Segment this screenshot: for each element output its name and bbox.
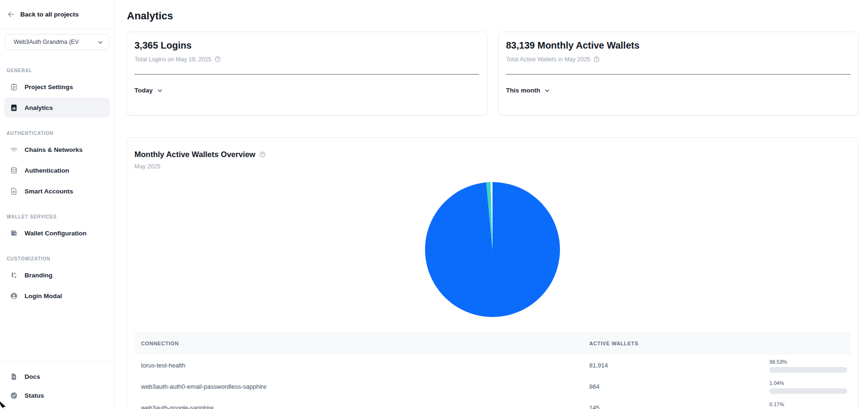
overview-card-subtitle: May 2025 xyxy=(134,163,851,170)
percent-label: 98.53% xyxy=(769,359,847,365)
active-wallets-count: 81,914 xyxy=(589,362,769,369)
sidebar-item-analytics[interactable]: Analytics xyxy=(4,98,110,117)
wifi-icon xyxy=(10,146,18,154)
sidebar-footer: Docs Status xyxy=(0,361,114,409)
overview-card-title: Monthly Active Wallets Overview xyxy=(134,150,255,159)
clipboard-icon xyxy=(10,83,18,91)
active-wallets-count: 145 xyxy=(589,404,769,409)
back-to-projects-link[interactable]: Back to all projects xyxy=(0,0,114,29)
active-wallets-count: 864 xyxy=(589,383,769,390)
sidebar-item-label: Status xyxy=(25,392,44,399)
file-icon xyxy=(10,373,18,381)
monthly-active-wallets-overview-card: Monthly Active Wallets Overview May 2025… xyxy=(126,137,859,409)
percent-label: 0.17% xyxy=(769,401,847,407)
table-row: web3auth-auth0-email-passwordless-sapphi… xyxy=(134,376,851,397)
active-wallets-stat-card: 83,139 Monthly Active Wallets Total Acti… xyxy=(498,32,859,116)
chevron-down-icon xyxy=(97,39,103,45)
connections-table: CONNECTION ACTIVE WALLETS torus-test-hea… xyxy=(134,332,851,409)
stat-cards-row: 3,365 Logins Total Logins on May 19, 202… xyxy=(126,32,859,116)
arrow-left-icon xyxy=(7,10,15,18)
user-circle-icon xyxy=(10,292,18,300)
chevron-down-icon xyxy=(157,88,163,93)
section-label-wallet-services: WALLET SERVICES xyxy=(7,214,110,219)
range-selector-value: Today xyxy=(134,87,153,94)
section-label-authentication: AUTHENTICATION xyxy=(7,131,110,136)
sidebar-item-label: Smart Accounts xyxy=(25,188,73,195)
sidebar-item-wallet-configuration[interactable]: Wallet Configuration xyxy=(4,223,110,243)
help-icon[interactable] xyxy=(593,56,600,63)
database-icon xyxy=(10,167,18,175)
sidebar-nav: GENERAL Project Settings Analytics AUTHE… xyxy=(0,55,114,307)
paint-icon xyxy=(10,271,18,279)
active-wallets-stat-value: 83,139 Monthly Active Wallets xyxy=(506,40,851,51)
analytics-chart-icon xyxy=(10,104,18,112)
section-label-general: GENERAL xyxy=(7,68,110,73)
pie-slice-torus-test-health xyxy=(425,182,560,317)
percent-bar xyxy=(769,388,847,394)
connection-name: web3auth-auth0-email-passwordless-sapphi… xyxy=(141,383,589,390)
back-to-projects-label: Back to all projects xyxy=(20,11,79,18)
help-icon[interactable] xyxy=(259,151,266,158)
active-wallets-pie-chart[interactable] xyxy=(424,181,561,318)
sidebar-item-label: Authentication xyxy=(25,167,69,174)
sidebar: Back to all projects Web3Auth Grandma (E… xyxy=(0,0,115,409)
sidebar-item-label: Chains & Networks xyxy=(25,146,83,153)
sidebar-item-label: Analytics xyxy=(25,104,53,111)
table-row: web3auth-google-sapphire 145 0.17% xyxy=(134,397,851,409)
range-selector-value: This month xyxy=(506,87,541,94)
sidebar-item-label: Docs xyxy=(25,373,40,380)
logins-stat-card: 3,365 Logins Total Logins on May 19, 202… xyxy=(126,32,487,116)
sidebar-item-login-modal[interactable]: Login Modal xyxy=(4,286,110,306)
check-circle-icon xyxy=(10,392,18,400)
page-title: Analytics xyxy=(127,10,859,22)
active-wallets-stat-subtitle: Total Active Wallets in May 2025 xyxy=(506,56,591,63)
document-icon xyxy=(10,187,18,195)
column-header-connection: CONNECTION xyxy=(141,341,589,346)
logins-stat-value: 3,365 Logins xyxy=(134,40,479,51)
chart-axis-line xyxy=(134,74,479,75)
sidebar-item-smart-accounts[interactable]: Smart Accounts xyxy=(4,181,110,201)
sidebar-item-chains-networks[interactable]: Chains & Networks xyxy=(4,140,110,159)
active-wallets-range-selector[interactable]: This month xyxy=(506,87,551,94)
help-icon[interactable] xyxy=(214,56,221,63)
chevron-down-icon xyxy=(544,88,550,93)
sidebar-item-status[interactable]: Status xyxy=(4,386,110,404)
wallet-icon xyxy=(10,229,18,237)
sidebar-item-authentication[interactable]: Authentication xyxy=(4,160,110,180)
pie-chart-container xyxy=(134,181,851,318)
sidebar-item-project-settings[interactable]: Project Settings xyxy=(4,77,110,97)
sidebar-item-label: Branding xyxy=(25,272,52,279)
sidebar-item-label: Wallet Configuration xyxy=(25,230,87,237)
logins-range-selector[interactable]: Today xyxy=(134,87,163,94)
percent-bar xyxy=(769,367,847,373)
connection-name: web3auth-google-sapphire xyxy=(141,404,589,409)
project-selector[interactable]: Web3Auth Grandma (EV xyxy=(5,34,109,50)
connection-name: torus-test-health xyxy=(141,362,589,369)
logins-stat-subtitle: Total Logins on May 19, 2025 xyxy=(134,56,211,63)
percent-label: 1.04% xyxy=(769,380,847,386)
section-label-customization: CUSTOMIZATION xyxy=(7,256,110,261)
app-window: Back to all projects Web3Auth Grandma (E… xyxy=(0,0,868,409)
table-row: torus-test-health 81,914 98.53% xyxy=(134,355,851,376)
mouse-cursor xyxy=(0,401,8,409)
sidebar-item-docs[interactable]: Docs xyxy=(4,367,110,385)
sidebar-item-label: Project Settings xyxy=(25,83,73,91)
sidebar-item-label: Login Modal xyxy=(25,292,62,300)
main-content: Analytics 3,365 Logins Total Logins on M… xyxy=(115,0,868,409)
chart-axis-line xyxy=(506,74,851,75)
project-selector-value: Web3Auth Grandma (EV xyxy=(14,39,79,45)
column-header-active-wallets: ACTIVE WALLETS xyxy=(589,341,769,346)
sidebar-item-branding[interactable]: Branding xyxy=(4,265,110,285)
table-header-row: CONNECTION ACTIVE WALLETS xyxy=(134,332,851,355)
